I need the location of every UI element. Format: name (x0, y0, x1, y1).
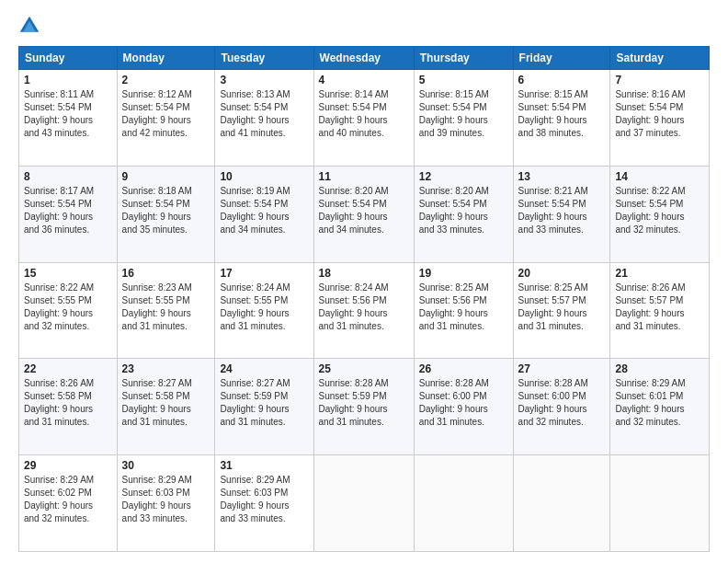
calendar-cell: 1Sunrise: 8:11 AM Sunset: 5:54 PM Daylig… (19, 70, 118, 167)
calendar-week-3: 15Sunrise: 8:22 AM Sunset: 5:55 PM Dayli… (19, 262, 710, 359)
calendar-header-tuesday: Tuesday (215, 47, 313, 70)
day-info: Sunrise: 8:20 AM Sunset: 5:54 PM Dayligh… (419, 185, 508, 236)
calendar-cell: 10Sunrise: 8:19 AM Sunset: 5:54 PM Dayli… (215, 166, 313, 262)
day-number: 15 (24, 267, 112, 280)
day-number: 19 (419, 267, 508, 280)
day-info: Sunrise: 8:26 AM Sunset: 5:57 PM Dayligh… (615, 282, 704, 333)
calendar-cell: 6Sunrise: 8:15 AM Sunset: 5:54 PM Daylig… (513, 70, 610, 167)
calendar-cell: 13Sunrise: 8:21 AM Sunset: 5:54 PM Dayli… (513, 166, 610, 262)
day-info: Sunrise: 8:28 AM Sunset: 6:00 PM Dayligh… (419, 377, 508, 429)
calendar-header-monday: Monday (117, 47, 215, 70)
day-info: Sunrise: 8:28 AM Sunset: 6:00 PM Dayligh… (518, 377, 606, 429)
day-info: Sunrise: 8:24 AM Sunset: 5:55 PM Dayligh… (220, 282, 308, 333)
calendar-cell: 17Sunrise: 8:24 AM Sunset: 5:55 PM Dayli… (215, 262, 313, 359)
calendar-cell: 29Sunrise: 8:29 AM Sunset: 6:02 PM Dayli… (19, 455, 118, 552)
day-info: Sunrise: 8:11 AM Sunset: 5:54 PM Dayligh… (24, 88, 112, 140)
day-info: Sunrise: 8:13 AM Sunset: 5:54 PM Dayligh… (220, 88, 308, 140)
day-number: 26 (419, 362, 508, 375)
day-info: Sunrise: 8:24 AM Sunset: 5:56 PM Dayligh… (319, 282, 409, 333)
calendar-cell: 19Sunrise: 8:25 AM Sunset: 5:56 PM Dayli… (414, 262, 513, 359)
day-number: 2 (122, 74, 210, 86)
calendar-cell: 9Sunrise: 8:18 AM Sunset: 5:54 PM Daylig… (117, 166, 215, 262)
calendar-cell: 14Sunrise: 8:22 AM Sunset: 5:54 PM Dayli… (610, 166, 710, 262)
day-info: Sunrise: 8:17 AM Sunset: 5:54 PM Dayligh… (24, 185, 112, 236)
day-number: 1 (24, 74, 112, 86)
calendar-cell (313, 455, 414, 552)
calendar-cell: 24Sunrise: 8:27 AM Sunset: 5:59 PM Dayli… (215, 359, 313, 455)
day-info: Sunrise: 8:21 AM Sunset: 5:54 PM Dayligh… (518, 185, 606, 236)
calendar-cell (610, 455, 710, 552)
day-number: 29 (24, 459, 112, 472)
calendar-cell: 22Sunrise: 8:26 AM Sunset: 5:58 PM Dayli… (19, 359, 118, 455)
day-info: Sunrise: 8:23 AM Sunset: 5:55 PM Dayligh… (122, 282, 210, 333)
header (18, 15, 710, 37)
day-info: Sunrise: 8:22 AM Sunset: 5:55 PM Dayligh… (24, 282, 112, 333)
day-number: 22 (24, 362, 112, 375)
day-number: 4 (319, 74, 409, 86)
day-info: Sunrise: 8:12 AM Sunset: 5:54 PM Dayligh… (122, 88, 210, 140)
day-info: Sunrise: 8:14 AM Sunset: 5:54 PM Dayligh… (319, 88, 409, 140)
day-number: 20 (518, 267, 606, 280)
day-info: Sunrise: 8:16 AM Sunset: 5:54 PM Dayligh… (615, 88, 704, 140)
calendar-header-wednesday: Wednesday (313, 47, 414, 70)
day-number: 12 (419, 170, 508, 183)
calendar-cell: 28Sunrise: 8:29 AM Sunset: 6:01 PM Dayli… (610, 359, 710, 455)
calendar-cell: 12Sunrise: 8:20 AM Sunset: 5:54 PM Dayli… (414, 166, 513, 262)
logo-icon (18, 15, 40, 37)
calendar-cell: 11Sunrise: 8:20 AM Sunset: 5:54 PM Dayli… (313, 166, 414, 262)
calendar-cell: 3Sunrise: 8:13 AM Sunset: 5:54 PM Daylig… (215, 70, 313, 167)
calendar-cell (513, 455, 610, 552)
day-info: Sunrise: 8:19 AM Sunset: 5:54 PM Dayligh… (220, 185, 308, 236)
day-info: Sunrise: 8:29 AM Sunset: 6:02 PM Dayligh… (24, 474, 112, 525)
day-number: 17 (220, 267, 308, 280)
calendar-cell: 31Sunrise: 8:29 AM Sunset: 6:03 PM Dayli… (215, 455, 313, 552)
calendar-cell: 15Sunrise: 8:22 AM Sunset: 5:55 PM Dayli… (19, 262, 118, 359)
calendar-cell: 27Sunrise: 8:28 AM Sunset: 6:00 PM Dayli… (513, 359, 610, 455)
calendar-cell: 21Sunrise: 8:26 AM Sunset: 5:57 PM Dayli… (610, 262, 710, 359)
day-info: Sunrise: 8:25 AM Sunset: 5:57 PM Dayligh… (518, 282, 606, 333)
day-info: Sunrise: 8:27 AM Sunset: 5:59 PM Dayligh… (220, 377, 308, 429)
day-number: 10 (220, 170, 308, 183)
calendar-week-1: 1Sunrise: 8:11 AM Sunset: 5:54 PM Daylig… (19, 70, 710, 167)
calendar-header-friday: Friday (513, 47, 610, 70)
day-info: Sunrise: 8:18 AM Sunset: 5:54 PM Dayligh… (122, 185, 210, 236)
day-info: Sunrise: 8:15 AM Sunset: 5:54 PM Dayligh… (419, 88, 508, 140)
day-number: 11 (319, 170, 409, 183)
calendar-cell: 23Sunrise: 8:27 AM Sunset: 5:58 PM Dayli… (117, 359, 215, 455)
calendar-header-saturday: Saturday (610, 47, 710, 70)
day-number: 18 (319, 267, 409, 280)
day-info: Sunrise: 8:29 AM Sunset: 6:01 PM Dayligh… (615, 377, 704, 429)
day-info: Sunrise: 8:27 AM Sunset: 5:58 PM Dayligh… (122, 377, 210, 429)
day-number: 5 (419, 74, 508, 86)
calendar-cell: 4Sunrise: 8:14 AM Sunset: 5:54 PM Daylig… (313, 70, 414, 167)
day-number: 21 (615, 267, 704, 280)
calendar-week-5: 29Sunrise: 8:29 AM Sunset: 6:02 PM Dayli… (19, 455, 710, 552)
day-number: 24 (220, 362, 308, 375)
page: SundayMondayTuesdayWednesdayThursdayFrid… (0, 0, 728, 563)
calendar-header-thursday: Thursday (414, 47, 513, 70)
day-info: Sunrise: 8:22 AM Sunset: 5:54 PM Dayligh… (615, 185, 704, 236)
day-number: 23 (122, 362, 210, 375)
calendar-cell: 18Sunrise: 8:24 AM Sunset: 5:56 PM Dayli… (313, 262, 414, 359)
day-number: 13 (518, 170, 606, 183)
calendar-week-4: 22Sunrise: 8:26 AM Sunset: 5:58 PM Dayli… (19, 359, 710, 455)
day-number: 31 (220, 459, 308, 472)
day-number: 7 (615, 74, 704, 86)
day-number: 28 (615, 362, 704, 375)
calendar-table: SundayMondayTuesdayWednesdayThursdayFrid… (18, 46, 710, 552)
day-info: Sunrise: 8:26 AM Sunset: 5:58 PM Dayligh… (24, 377, 112, 429)
calendar-cell: 30Sunrise: 8:29 AM Sunset: 6:03 PM Dayli… (117, 455, 215, 552)
calendar-cell: 5Sunrise: 8:15 AM Sunset: 5:54 PM Daylig… (414, 70, 513, 167)
day-number: 9 (122, 170, 210, 183)
day-number: 16 (122, 267, 210, 280)
calendar-cell (414, 455, 513, 552)
day-number: 27 (518, 362, 606, 375)
day-info: Sunrise: 8:20 AM Sunset: 5:54 PM Dayligh… (319, 185, 409, 236)
day-number: 30 (122, 459, 210, 472)
calendar-header-sunday: Sunday (19, 47, 118, 70)
calendar-cell: 2Sunrise: 8:12 AM Sunset: 5:54 PM Daylig… (117, 70, 215, 167)
day-number: 8 (24, 170, 112, 183)
calendar-week-2: 8Sunrise: 8:17 AM Sunset: 5:54 PM Daylig… (19, 166, 710, 262)
day-number: 14 (615, 170, 704, 183)
day-info: Sunrise: 8:25 AM Sunset: 5:56 PM Dayligh… (419, 282, 508, 333)
